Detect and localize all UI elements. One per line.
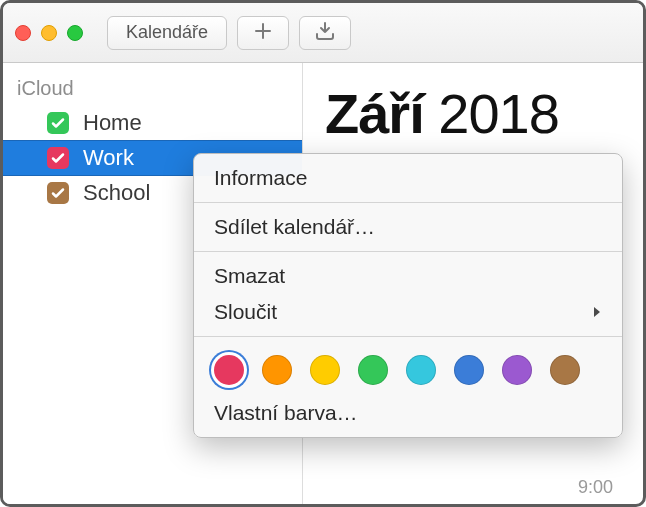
sidebar-section-header: iCloud	[3, 77, 302, 106]
calendars-toggle-button[interactable]: Kalendáře	[107, 16, 227, 50]
titlebar: Kalendáře	[3, 3, 643, 63]
menu-item-label: Smazat	[214, 264, 285, 288]
menu-item-label: Sdílet kalendář…	[214, 215, 375, 239]
menu-item-info[interactable]: Informace	[194, 160, 622, 196]
minimize-window-button[interactable]	[41, 25, 57, 41]
plus-icon	[253, 21, 273, 45]
color-swatch[interactable]	[214, 355, 244, 385]
inbox-button[interactable]	[299, 16, 351, 50]
color-swatch[interactable]	[358, 355, 388, 385]
time-gridline-label: 9:00	[578, 477, 613, 498]
year-label: 2018	[438, 82, 559, 145]
checkbox-icon[interactable]	[47, 147, 69, 169]
month-label: Září	[325, 82, 424, 145]
calendar-item-label: Work	[83, 145, 134, 171]
inbox-download-icon	[314, 21, 336, 45]
menu-item-label: Vlastní barva…	[214, 401, 358, 425]
zoom-window-button[interactable]	[67, 25, 83, 41]
submenu-arrow-icon	[592, 300, 602, 324]
menu-separator	[194, 251, 622, 252]
color-swatch[interactable]	[550, 355, 580, 385]
checkbox-icon[interactable]	[47, 112, 69, 134]
color-swatch[interactable]	[502, 355, 532, 385]
menu-item-label: Sloučit	[214, 300, 277, 324]
app-window: Kalendáře iCloud Home	[0, 0, 646, 507]
menu-item-merge[interactable]: Sloučit	[194, 294, 622, 330]
calendar-context-menu: Informace Sdílet kalendář… Smazat Slouči…	[193, 153, 623, 438]
menu-item-delete[interactable]: Smazat	[194, 258, 622, 294]
color-picker-row	[194, 343, 622, 395]
color-swatch[interactable]	[310, 355, 340, 385]
month-year-title: Září 2018	[325, 81, 643, 146]
menu-separator	[194, 336, 622, 337]
close-window-button[interactable]	[15, 25, 31, 41]
calendar-list-item-home[interactable]: Home	[3, 106, 302, 140]
checkbox-icon[interactable]	[47, 182, 69, 204]
color-swatch[interactable]	[406, 355, 436, 385]
color-swatch[interactable]	[262, 355, 292, 385]
calendar-item-label: School	[83, 180, 150, 206]
menu-item-share-calendar[interactable]: Sdílet kalendář…	[194, 209, 622, 245]
window-controls	[15, 25, 83, 41]
calendars-toggle-label: Kalendáře	[126, 22, 208, 43]
menu-item-label: Informace	[214, 166, 307, 190]
menu-item-custom-color[interactable]: Vlastní barva…	[194, 395, 622, 431]
calendar-item-label: Home	[83, 110, 142, 136]
menu-separator	[194, 202, 622, 203]
color-swatch[interactable]	[454, 355, 484, 385]
add-button[interactable]	[237, 16, 289, 50]
